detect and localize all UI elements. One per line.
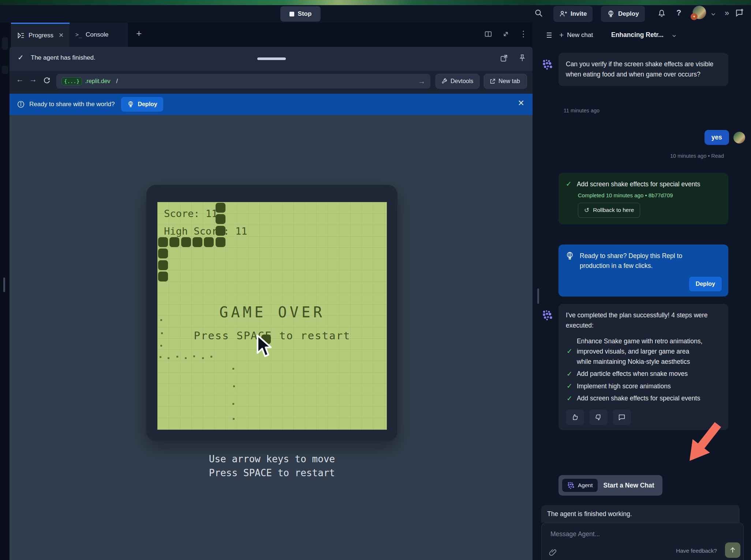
check-icon: ✓ bbox=[566, 179, 572, 189]
drag-pill[interactable] bbox=[257, 57, 286, 60]
agent-finished-banner: The agent is finished working. bbox=[541, 505, 740, 523]
url-badge: {...} bbox=[61, 77, 82, 85]
sidebar-collapsed-item[interactable] bbox=[2, 66, 8, 74]
stop-button[interactable]: Stop bbox=[280, 6, 321, 22]
url-input[interactable]: {...} .replit.dev / → bbox=[56, 74, 430, 89]
webview-content: Score: 11 High Score: 11 GAME OVER Press… bbox=[10, 115, 533, 560]
tab-close-icon[interactable]: ✕ bbox=[59, 31, 64, 39]
plus-icon: + bbox=[559, 31, 564, 40]
check-icon: ✓ bbox=[567, 381, 572, 391]
refresh-icon[interactable] bbox=[42, 76, 51, 85]
tab-bar: Progress ✕ >_ Console + ⋮ bbox=[10, 23, 533, 47]
avatar[interactable]: ✦ bbox=[692, 5, 706, 19]
collapsed-sidebar bbox=[0, 23, 10, 560]
new-chat-label: New chat bbox=[567, 31, 593, 39]
chat-plus-icon[interactable] bbox=[735, 8, 744, 18]
agent-status-header: ✓ The agent has finished. bbox=[10, 47, 533, 71]
chevron-down-icon[interactable] bbox=[710, 11, 717, 18]
start-new-chat-button[interactable]: Agent Start a New Chat bbox=[558, 475, 662, 496]
new-chat-button[interactable]: + New chat bbox=[559, 31, 593, 40]
rollback-button[interactable]: ↺ Rollback to here bbox=[578, 203, 640, 218]
tab-console[interactable]: >_ Console bbox=[70, 23, 127, 47]
pin-icon[interactable] bbox=[518, 54, 527, 63]
search-icon[interactable] bbox=[534, 9, 543, 18]
particle-dot bbox=[232, 403, 234, 405]
go-arrow-icon[interactable]: → bbox=[418, 77, 425, 86]
message-input-placeholder: Message Agent... bbox=[550, 530, 600, 538]
url-path: / bbox=[116, 78, 118, 85]
help-icon[interactable]: ? bbox=[676, 8, 681, 18]
chat-title[interactable]: Enhancing Retr... bbox=[611, 31, 664, 39]
deploy-icon bbox=[607, 10, 615, 18]
mouse-cursor bbox=[255, 334, 272, 360]
webview-panel: ✓ The agent has finished. ← → {...} bbox=[10, 47, 533, 560]
deploy-card-text: Ready to share? Deploy this Repl to prod… bbox=[580, 251, 711, 271]
forward-icon[interactable]: → bbox=[29, 75, 37, 84]
new-tab-plus-icon[interactable]: + bbox=[136, 28, 142, 39]
plan-item: ✓Enhance Snake game with retro animation… bbox=[567, 336, 721, 367]
sidebar-collapsed-item[interactable] bbox=[2, 37, 8, 50]
particle-dot bbox=[233, 385, 235, 387]
stop-label: Stop bbox=[298, 10, 312, 18]
close-icon[interactable]: ✕ bbox=[518, 98, 524, 108]
split-panel-icon[interactable] bbox=[484, 30, 492, 38]
agent-avatar-icon bbox=[542, 309, 553, 321]
chat-list-icon[interactable] bbox=[544, 31, 553, 40]
plan-item: ✓Implement high score animations bbox=[567, 381, 721, 392]
invite-button[interactable]: Invite bbox=[553, 6, 593, 22]
deploy-button[interactable]: Deploy bbox=[601, 6, 645, 22]
deploy-card-button[interactable]: Deploy bbox=[689, 277, 722, 291]
panel-drag-handle[interactable] bbox=[3, 277, 5, 292]
stop-icon bbox=[289, 12, 294, 16]
desktop-wallpaper-strip bbox=[0, 0, 751, 5]
avatar-badge-icon: ✦ bbox=[691, 13, 698, 20]
thumbs-up-button[interactable] bbox=[566, 410, 584, 425]
tab-progress[interactable]: Progress ✕ bbox=[11, 23, 70, 47]
deploy-icon bbox=[127, 101, 134, 108]
new-tab-label: New tab bbox=[498, 78, 520, 85]
particle-dot bbox=[176, 356, 178, 358]
expand-icon[interactable] bbox=[502, 30, 510, 38]
agent-status-text: The agent has finished. bbox=[31, 54, 96, 61]
plan-item: ✓Add screen shake effects for special ev… bbox=[567, 393, 721, 404]
top-bar: Stop Invite Deploy ? ✦ » bbox=[0, 5, 751, 23]
plan-intro: I've completed the plan successfully! 4 … bbox=[566, 310, 721, 331]
rollback-label: Rollback to here bbox=[593, 207, 634, 213]
chat-scrollbar[interactable] bbox=[537, 288, 539, 304]
banner-deploy-button[interactable]: Deploy bbox=[121, 97, 163, 112]
message-input[interactable]: Message Agent... Have feedback? bbox=[541, 523, 744, 560]
new-tab-button[interactable]: New tab bbox=[484, 74, 527, 89]
check-icon: ✓ bbox=[18, 53, 24, 62]
particle-dot bbox=[160, 356, 161, 358]
deploy-label: Deploy bbox=[618, 10, 639, 18]
plan-checklist: ✓Enhance Snake game with retro animation… bbox=[567, 336, 721, 404]
tab-console-label: Console bbox=[86, 31, 108, 38]
tab-bar-actions: ⋮ bbox=[484, 29, 527, 39]
bell-icon[interactable] bbox=[657, 9, 666, 18]
undo-icon: ↺ bbox=[584, 206, 589, 214]
have-feedback-link[interactable]: Have feedback? bbox=[676, 548, 717, 554]
thumbs-down-button[interactable] bbox=[589, 410, 608, 425]
overflow-icon[interactable]: » bbox=[725, 8, 728, 18]
game-screen[interactable]: Score: 11 High Score: 11 GAME OVER Press… bbox=[157, 202, 387, 430]
agent-chat-panel: + New chat Enhancing Retr... Can you ver… bbox=[534, 23, 751, 560]
attachment-icon[interactable] bbox=[549, 548, 557, 556]
devtools-button[interactable]: Devtools bbox=[436, 74, 479, 89]
chevron-down-icon[interactable] bbox=[671, 33, 677, 39]
kebab-menu-icon[interactable]: ⋮ bbox=[519, 29, 527, 39]
info-icon bbox=[17, 100, 25, 108]
send-button[interactable] bbox=[725, 542, 740, 558]
comment-button[interactable] bbox=[613, 410, 631, 425]
browser-navbar: ← → {...} .replit.dev / → Devtools bbox=[10, 71, 533, 92]
agent-message: Can you verify if the screen shake effec… bbox=[558, 53, 728, 86]
person-plus-icon bbox=[559, 10, 567, 18]
wrench-icon bbox=[441, 78, 448, 85]
particle-dot bbox=[232, 368, 234, 370]
progress-icon bbox=[17, 31, 25, 40]
open-external-icon[interactable] bbox=[500, 54, 508, 63]
back-icon[interactable]: ← bbox=[16, 75, 24, 84]
agent-avatar-icon bbox=[542, 59, 553, 70]
main-panel: Progress ✕ >_ Console + ⋮ ✓ The age bbox=[10, 23, 533, 551]
agent-badge: Agent bbox=[562, 479, 598, 492]
chat-header: + New chat Enhancing Retr... bbox=[534, 26, 751, 44]
